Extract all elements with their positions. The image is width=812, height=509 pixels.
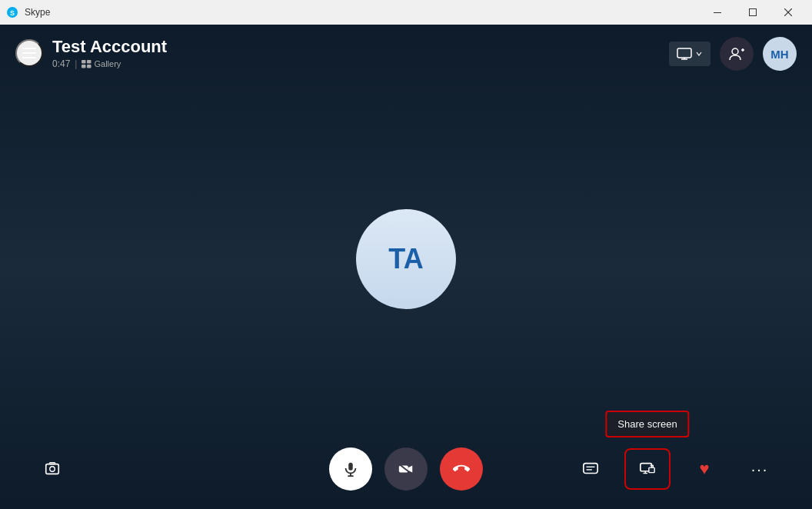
add-participant-icon: [728, 45, 745, 62]
title-bar-title: Skype: [25, 7, 50, 18]
more-button[interactable]: ···: [738, 447, 781, 491]
microphone-icon: [342, 461, 359, 477]
menu-button[interactable]: [15, 39, 43, 67]
center-content: TA: [0, 83, 812, 435]
menu-icon-line2: [22, 52, 36, 54]
screen-share-top-icon: [677, 46, 692, 62]
more-dots-icon: ···: [751, 461, 769, 478]
title-bar-controls: [700, 0, 806, 25]
chat-button[interactable]: [569, 447, 612, 491]
call-meta: 0:47 | Gallery: [52, 58, 167, 69]
video-icon: [398, 461, 414, 477]
top-bar-left: Test Acccount 0:47 | Gallery: [15, 37, 167, 69]
end-call-icon: [453, 461, 470, 477]
svg-rect-2: [714, 12, 721, 13]
bottom-left-controls: [31, 447, 74, 491]
share-screen-container: Share screen: [624, 448, 671, 490]
user-avatar: MH: [763, 37, 797, 71]
call-duration: 0:47: [52, 58, 70, 69]
svg-rect-22: [399, 465, 408, 472]
call-title: Test Acccount: [52, 37, 167, 57]
minimize-button[interactable]: [700, 0, 735, 25]
top-bar-right: MH: [669, 37, 797, 71]
skype-icon: S: [6, 6, 18, 18]
svg-rect-8: [82, 65, 86, 68]
top-bar: Test Acccount 0:47 | Gallery: [0, 25, 812, 83]
svg-rect-7: [87, 60, 92, 64]
add-participant-button[interactable]: [720, 37, 754, 71]
svg-rect-6: [82, 60, 86, 64]
bottom-right-controls: Share screen ♥ ···: [569, 447, 781, 491]
call-info: Test Acccount 0:47 | Gallery: [52, 37, 167, 69]
svg-rect-19: [348, 463, 353, 471]
svg-rect-10: [677, 48, 691, 58]
meta-separator: |: [75, 58, 77, 69]
svg-rect-30: [649, 467, 654, 472]
dropdown-arrow-icon: [695, 50, 703, 58]
caller-avatar: TA: [356, 209, 456, 309]
call-area: Test Acccount 0:47 | Gallery: [0, 25, 812, 509]
svg-rect-16: [46, 464, 59, 474]
menu-icon-line3: [22, 57, 36, 58]
menu-icon-line1: [22, 48, 36, 49]
video-button[interactable]: [384, 447, 428, 491]
svg-rect-17: [49, 463, 55, 464]
heart-icon: ♥: [699, 459, 709, 479]
react-button[interactable]: ♥: [683, 447, 726, 491]
title-bar: S Skype: [0, 0, 812, 25]
svg-rect-3: [750, 9, 757, 16]
svg-text:S: S: [10, 9, 15, 17]
screen-share-top-button[interactable]: [669, 42, 710, 66]
chat-icon: [582, 461, 599, 477]
share-screen-icon: [639, 461, 656, 477]
share-screen-tooltip: Share screen: [605, 411, 689, 437]
end-call-button[interactable]: [440, 447, 483, 491]
title-bar-left: S Skype: [6, 6, 50, 18]
gallery-view-label: Gallery: [82, 59, 121, 68]
bottom-bar: Share screen ♥ ···: [0, 435, 812, 509]
svg-rect-24: [584, 464, 597, 474]
svg-point-13: [732, 48, 738, 55]
mute-button[interactable]: [329, 447, 372, 491]
capture-icon: [44, 461, 61, 477]
bottom-center-controls: [329, 447, 483, 491]
svg-point-18: [50, 467, 55, 471]
close-button[interactable]: [770, 0, 806, 25]
capture-button[interactable]: [31, 447, 74, 491]
share-screen-button[interactable]: [624, 448, 671, 490]
maximize-button[interactable]: [735, 0, 770, 25]
svg-rect-9: [87, 65, 92, 68]
gallery-icon: [82, 60, 92, 68]
